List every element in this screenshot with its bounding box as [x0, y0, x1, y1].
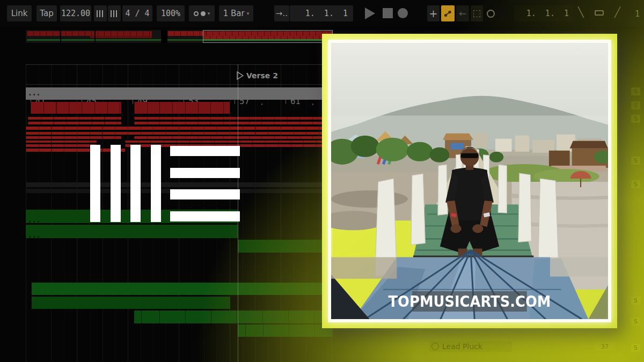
link-button[interactable]: Link [7, 5, 32, 21]
groove-amount-value: 100% [161, 9, 180, 18]
loop-start-value: 1. 1. 1 [526, 9, 569, 18]
quantization-menu[interactable]: 1 Bar ▾ [219, 5, 253, 21]
artwork-frame: TOPMUSICARTS.COM [328, 40, 611, 322]
stop-button[interactable] [383, 8, 393, 18]
new-button[interactable]: + [427, 5, 440, 21]
nudge-up-button[interactable] [108, 5, 121, 21]
arrangement-position-value: 1. 1. 1 [305, 9, 348, 18]
beat-time-ruler[interactable]: 41 45 49 53 57 61 [26, 46, 333, 65]
group-track-bar[interactable]: ... [26, 87, 333, 100]
clip-lane-red[interactable] [125, 141, 333, 143]
metronome-button[interactable]: ▾ [189, 5, 215, 21]
clip-lane-red[interactable] [26, 144, 97, 147]
quantization-value: 1 Bar [223, 9, 245, 18]
artwork-card: TOPMUSICARTS.COM [322, 34, 617, 328]
group-ellipsis[interactable]: ... [28, 215, 41, 225]
ableton-logo-bar [170, 211, 240, 221]
nudge-down-button[interactable] [94, 5, 107, 21]
solo-button[interactable]: S [631, 180, 640, 188]
audio-clip-green[interactable] [32, 283, 333, 295]
clip-lane-red[interactable] [26, 136, 121, 139]
locator-lane[interactable]: Verse 2 [26, 64, 333, 85]
metronome-icon [194, 11, 199, 16]
clip-lane-red[interactable] [26, 127, 333, 130]
artwork-caption: TOPMUSICARTS.COM [412, 291, 526, 312]
artwork-photo [331, 43, 608, 319]
clip-lane-red[interactable] [134, 117, 333, 120]
record-icon [398, 8, 408, 18]
group-ellipsis[interactable]: ... [28, 230, 41, 240]
metronome-icon [201, 11, 206, 16]
loop-button[interactable] [595, 10, 604, 16]
group-ellipsis[interactable]: ... [28, 91, 41, 94]
audio-clip-green[interactable] [238, 324, 333, 337]
overview-divider [161, 30, 167, 43]
audio-clip-green[interactable]: ... [26, 225, 238, 238]
ableton-logo-bar [170, 168, 240, 178]
ableton-logo-bar [130, 145, 141, 222]
overview-selection[interactable] [203, 30, 333, 43]
ableton-logo-bar [90, 145, 100, 222]
ableton-logo-bar [151, 145, 161, 222]
arrangement-position-display[interactable]: 1. 1. 1 [290, 5, 353, 21]
tempo-field[interactable]: 122.00 [60, 5, 91, 21]
solo-button[interactable]: S [631, 101, 640, 109]
punch-in-button[interactable]: ╲ [578, 6, 584, 18]
follow-icon: →‥ [276, 9, 288, 18]
solo-button[interactable]: S [631, 157, 640, 165]
punch-out-icon: ╱ [614, 6, 620, 18]
time-signature-field[interactable]: 4 / 4 [122, 5, 152, 21]
tap-label: Tap [40, 9, 53, 18]
solo-button[interactable]: S [631, 344, 640, 352]
punch-out-button[interactable]: ╱ [614, 6, 620, 18]
record-button[interactable] [398, 8, 408, 18]
ableton-logo-bar [170, 146, 240, 156]
overview-clip-segment [27, 31, 152, 36]
loop-circle-button[interactable] [485, 5, 497, 21]
automation-arm-icon [443, 10, 452, 18]
overview-divider [60, 30, 61, 43]
loop-start-display[interactable]: 1. 1. 1 [514, 5, 573, 21]
midi-clip-red[interactable] [31, 102, 121, 114]
overview-divider [94, 30, 96, 43]
audio-clip-green[interactable] [238, 240, 333, 253]
loop-circle-icon [487, 10, 495, 18]
clip-lane-red[interactable] [134, 136, 333, 139]
re-enable-automation-button[interactable]: ← [456, 5, 469, 21]
clip-lane-red[interactable] [26, 141, 97, 143]
re-enable-automation-icon: ← [459, 8, 466, 19]
loop-icon [595, 10, 604, 16]
arrangement-overview[interactable] [26, 30, 333, 43]
automation-arm-button[interactable] [441, 5, 455, 21]
solo-button[interactable]: S [631, 87, 640, 95]
nudge-down-icon [97, 10, 104, 17]
loop-length-display[interactable]: 1 [635, 9, 640, 19]
session-record-icon [473, 10, 480, 17]
nudge-up-icon [111, 10, 118, 17]
audio-clip-green[interactable] [134, 311, 333, 323]
clip-lane-red[interactable] [134, 122, 333, 124]
play-button[interactable] [365, 8, 375, 19]
midi-clip-red[interactable] [134, 102, 230, 114]
clip-lane-red[interactable] [26, 132, 333, 135]
session-record-button[interactable] [471, 5, 483, 21]
solo-button[interactable]: S [631, 115, 640, 123]
clip-lane-red[interactable] [28, 117, 121, 120]
time-signature-value: 4 / 4 [125, 9, 149, 18]
empty-track-band [26, 182, 333, 187]
solo-button[interactable]: S [631, 297, 640, 305]
solo-button[interactable]: S [631, 317, 640, 326]
play-icon [365, 8, 375, 19]
follow-button[interactable]: →‥ [274, 5, 289, 21]
chevron-down-icon[interactable]: ▾ [208, 11, 210, 16]
loop-length-value: 1 [635, 9, 640, 19]
tap-tempo-button[interactable]: Tap [36, 5, 57, 21]
clip-launch-icon [431, 343, 439, 350]
locator-label[interactable]: Verse 2 [246, 71, 278, 80]
groove-amount-field[interactable]: 100% [157, 5, 185, 21]
audio-clip-green[interactable] [32, 297, 230, 309]
ableton-logo-bar [111, 145, 121, 222]
chevron-down-icon: ▾ [247, 11, 250, 16]
clip-lane-red[interactable] [28, 122, 121, 124]
overview-clip-segment [90, 36, 152, 38]
